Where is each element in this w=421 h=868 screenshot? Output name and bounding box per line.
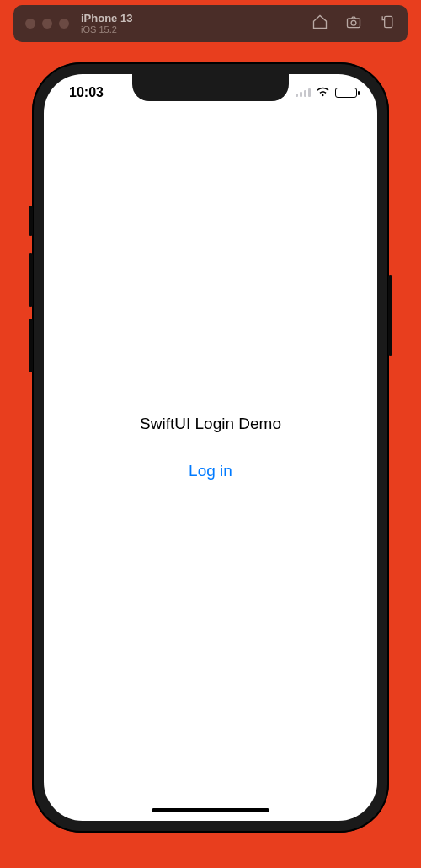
simulator-title-group: iPhone 13 iOS 15.2 xyxy=(81,13,132,35)
simulator-device-name: iPhone 13 xyxy=(81,13,132,24)
svg-rect-2 xyxy=(385,16,392,27)
wifi-icon xyxy=(316,84,330,102)
battery-icon xyxy=(335,88,357,98)
simulator-os-version: iOS 15.2 xyxy=(81,24,132,35)
page-title: SwiftUI Login Demo xyxy=(140,415,281,433)
app-content: SwiftUI Login Demo Log in xyxy=(44,74,377,821)
device-frame: 10:03 SwiftUI Login Demo Log in xyxy=(32,62,389,833)
window-traffic-lights[interactable] xyxy=(25,19,69,29)
device-screen: 10:03 SwiftUI Login Demo Log in xyxy=(44,74,377,821)
window-close-button[interactable] xyxy=(25,19,35,29)
device-notch xyxy=(132,74,289,101)
login-button[interactable]: Log in xyxy=(189,462,232,480)
simulator-actions xyxy=(312,13,396,34)
home-indicator[interactable] xyxy=(152,808,269,812)
screenshot-icon[interactable] xyxy=(345,13,362,34)
window-zoom-button[interactable] xyxy=(59,19,69,29)
rotate-icon[interactable] xyxy=(379,13,396,34)
svg-rect-0 xyxy=(348,19,360,28)
home-icon[interactable] xyxy=(312,13,328,34)
status-right-group xyxy=(296,84,357,102)
volume-down-button[interactable] xyxy=(29,319,33,372)
cellular-signal-icon xyxy=(296,88,311,97)
window-minimize-button[interactable] xyxy=(42,19,52,29)
status-time: 10:03 xyxy=(64,85,104,100)
svg-point-1 xyxy=(351,20,356,25)
power-button[interactable] xyxy=(388,275,392,356)
mute-switch[interactable] xyxy=(29,206,33,236)
volume-up-button[interactable] xyxy=(29,253,33,307)
simulator-toolbar: iPhone 13 iOS 15.2 xyxy=(13,5,408,42)
